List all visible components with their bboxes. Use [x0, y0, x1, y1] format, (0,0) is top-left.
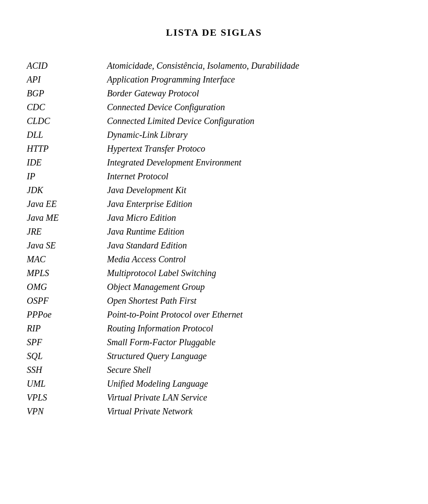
acronym-term: OSPF: [27, 296, 107, 306]
list-item: UMLUnified Modeling Language: [27, 379, 401, 389]
list-item: APIApplication Programming Interface: [27, 74, 401, 85]
acronym-term: JRE: [27, 227, 107, 237]
acronym-term: IDE: [27, 157, 107, 168]
acronym-term: Java EE: [27, 199, 107, 209]
list-item: VPNVirtual Private Network: [27, 406, 401, 417]
acronym-term: VPLS: [27, 392, 107, 403]
list-item: VPLSVirtual Private LAN Service: [27, 392, 401, 403]
list-item: IDEIntegrated Development Environment: [27, 157, 401, 168]
acronym-term: SSH: [27, 365, 107, 375]
list-item: CLDCConnected Limited Device Configurati…: [27, 116, 401, 126]
acronym-term: CLDC: [27, 116, 107, 126]
acronym-term: API: [27, 74, 107, 85]
list-item: JDKJava Development Kit: [27, 185, 401, 195]
acronym-definition: Object Management Group: [107, 282, 205, 292]
list-item: RIPRouting Information Protocol: [27, 323, 401, 334]
acronym-definition: Secure Shell: [107, 365, 151, 375]
acronym-definition: Internet Protocol: [107, 171, 169, 182]
list-item: OSPFOpen Shortest Path First: [27, 296, 401, 306]
acronym-term: PPPoe: [27, 310, 107, 320]
list-item: SSHSecure Shell: [27, 365, 401, 375]
list-item: HTTPHypertext Transfer Protoco: [27, 144, 401, 154]
acronym-term: JDK: [27, 185, 107, 195]
acronym-term: BGP: [27, 88, 107, 99]
acronym-term: SQL: [27, 351, 107, 361]
acronym-term: ACID: [27, 61, 107, 71]
acronym-term: IP: [27, 171, 107, 182]
list-item: ACIDAtomicidade, Consistência, Isolament…: [27, 61, 401, 71]
acronym-term: Java ME: [27, 213, 107, 223]
list-item: MPLSMultiprotocol Label Switching: [27, 268, 401, 278]
list-item: JREJava Runtime Edition: [27, 227, 401, 237]
acronym-definition: Point-to-Point Protocol over Ethernet: [107, 310, 243, 320]
acronym-definition: Connected Device Configuration: [107, 102, 225, 112]
list-item: SQLStructured Query Language: [27, 351, 401, 361]
acronym-term: VPN: [27, 406, 107, 417]
acronym-list: ACIDAtomicidade, Consistência, Isolament…: [27, 61, 401, 417]
acronym-definition: Dynamic-Link Library: [107, 130, 188, 140]
acronym-definition: Application Programming Interface: [107, 74, 235, 85]
acronym-term: DLL: [27, 130, 107, 140]
acronym-definition: Java Micro Edition: [107, 213, 176, 223]
acronym-definition: Virtual Private LAN Service: [107, 392, 207, 403]
acronym-definition: Structured Query Language: [107, 351, 207, 361]
acronym-definition: Java Runtime Edition: [107, 227, 184, 237]
list-item: SPFSmall Form-Factor Pluggable: [27, 337, 401, 347]
list-item: BGPBorder Gateway Protocol: [27, 88, 401, 99]
acronym-term: RIP: [27, 323, 107, 334]
acronym-term: MAC: [27, 254, 107, 264]
acronym-term: CDC: [27, 102, 107, 112]
acronym-definition: Virtual Private Network: [107, 406, 193, 417]
list-item: IPInternet Protocol: [27, 171, 401, 182]
acronym-definition: Multiprotocol Label Switching: [107, 268, 216, 278]
acronym-definition: Small Form-Factor Pluggable: [107, 337, 215, 347]
acronym-definition: Integrated Development Environment: [107, 157, 241, 168]
acronym-term: UML: [27, 379, 107, 389]
list-item: OMGObject Management Group: [27, 282, 401, 292]
list-item: MACMedia Access Control: [27, 254, 401, 264]
acronym-term: HTTP: [27, 144, 107, 154]
acronym-definition: Media Access Control: [107, 254, 186, 264]
list-item: Java EEJava Enterprise Edition: [27, 199, 401, 209]
acronym-term: MPLS: [27, 268, 107, 278]
acronym-definition: Connected Limited Device Configuration: [107, 116, 255, 126]
acronym-definition: Unified Modeling Language: [107, 379, 208, 389]
list-item: Java SEJava Standard Edition: [27, 240, 401, 251]
list-item: DLLDynamic-Link Library: [27, 130, 401, 140]
acronym-definition: Border Gateway Protocol: [107, 88, 199, 99]
list-item: CDCConnected Device Configuration: [27, 102, 401, 112]
acronym-term: SPF: [27, 337, 107, 347]
acronym-definition: Routing Information Protocol: [107, 323, 213, 334]
acronym-definition: Atomicidade, Consistência, Isolamento, D…: [107, 61, 299, 71]
acronym-term: OMG: [27, 282, 107, 292]
acronym-definition: Java Standard Edition: [107, 240, 187, 251]
acronym-definition: Hypertext Transfer Protoco: [107, 144, 205, 154]
acronym-term: Java SE: [27, 240, 107, 251]
page-title: LISTA DE SIGLAS: [27, 27, 401, 38]
acronym-definition: Open Shortest Path First: [107, 296, 197, 306]
acronym-definition: Java Development Kit: [107, 185, 186, 195]
acronym-definition: Java Enterprise Edition: [107, 199, 192, 209]
list-item: Java MEJava Micro Edition: [27, 213, 401, 223]
list-item: PPPoePoint-to-Point Protocol over Ethern…: [27, 310, 401, 320]
